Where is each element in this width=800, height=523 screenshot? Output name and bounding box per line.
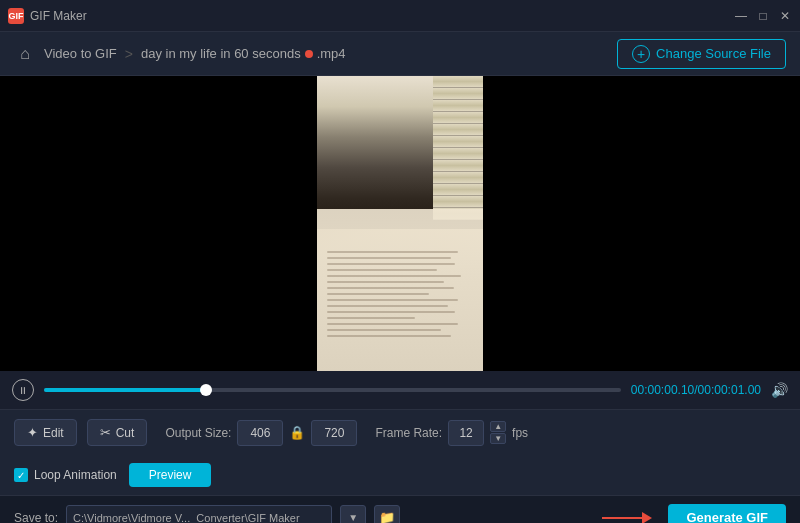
book-overlay — [317, 209, 483, 371]
change-source-button[interactable]: + Change Source File — [617, 39, 786, 69]
save-folder-button[interactable]: 📁 — [374, 505, 400, 524]
save-to-label: Save to: — [14, 511, 58, 524]
filename-display: day in my life in 60 seconds .mp4 — [141, 46, 346, 61]
app-icon: GIF — [8, 8, 24, 24]
frame-rate-label: Frame Rate: — [375, 426, 442, 440]
pause-icon: ⏸ — [18, 385, 28, 396]
file-extension: .mp4 — [317, 46, 346, 61]
output-width-input[interactable] — [237, 420, 283, 446]
preview-button[interactable]: Preview — [129, 463, 212, 487]
save-path-input[interactable] — [66, 505, 332, 524]
filename-text: day in my life in 60 seconds — [141, 46, 301, 61]
edit-icon: ✦ — [27, 425, 38, 440]
arrow-line — [602, 517, 642, 519]
arrow-head — [642, 512, 652, 524]
change-source-label: Change Source File — [656, 46, 771, 61]
title-bar-left: GIF GIF Maker — [8, 8, 87, 24]
red-arrow — [602, 512, 652, 524]
maximize-button[interactable]: □ — [756, 9, 770, 23]
volume-icon[interactable]: 🔊 — [771, 382, 788, 398]
spinner-up-button[interactable]: ▲ — [490, 421, 506, 432]
output-height-input[interactable] — [311, 420, 357, 446]
close-button[interactable]: ✕ — [778, 9, 792, 23]
playback-bar: ⏸ 00:00:00.10/00:00:01.00 🔊 — [0, 371, 800, 409]
frame-rate-spinner: ▲ ▼ — [490, 421, 506, 444]
window-controls: — □ ✕ — [734, 9, 792, 23]
video-area — [0, 76, 800, 371]
progress-bar[interactable] — [44, 388, 621, 392]
book-text — [327, 251, 473, 341]
folder-icon: 📁 — [379, 510, 395, 523]
loop-preview-bar: ✓ Loop Animation Preview — [0, 455, 800, 495]
edit-button[interactable]: ✦ Edit — [14, 419, 77, 446]
output-size-label: Output Size: — [165, 426, 231, 440]
cut-button[interactable]: ✂ Cut — [87, 419, 148, 446]
frame-rate-input[interactable] — [448, 420, 484, 446]
pause-button[interactable]: ⏸ — [12, 379, 34, 401]
breadcrumb-separator: > — [125, 46, 133, 62]
current-time: 00:00:00.10 — [631, 383, 694, 397]
nav-left: ⌂ Video to GIF > day in my life in 60 se… — [14, 43, 346, 65]
fps-label: fps — [512, 426, 528, 440]
home-icon[interactable]: ⌂ — [14, 43, 36, 65]
progress-fill — [44, 388, 206, 392]
lock-icon[interactable]: 🔒 — [289, 425, 305, 440]
video-frame — [317, 76, 483, 371]
minimize-button[interactable]: — — [734, 9, 748, 23]
nav-bar: ⌂ Video to GIF > day in my life in 60 se… — [0, 32, 800, 76]
save-bar: Save to: ▼ 📁 Generate GIF — [0, 495, 800, 523]
frame-rate-section: Frame Rate: ▲ ▼ fps — [375, 420, 528, 446]
blinds — [433, 76, 483, 156]
checkbox-checked-icon: ✓ — [14, 468, 28, 482]
plus-circle-icon: + — [632, 45, 650, 63]
cut-label: Cut — [116, 426, 135, 440]
total-time: 00:00:01.00 — [698, 383, 761, 397]
loop-animation-checkbox[interactable]: ✓ Loop Animation — [14, 468, 117, 482]
title-bar: GIF GIF Maker — □ ✕ — [0, 0, 800, 32]
dropdown-icon: ▼ — [348, 512, 358, 523]
dog-area — [317, 76, 483, 229]
output-size-section: Output Size: 🔒 — [165, 420, 357, 446]
progress-thumb[interactable] — [200, 384, 212, 396]
spinner-down-button[interactable]: ▼ — [490, 433, 506, 444]
loop-animation-label: Loop Animation — [34, 468, 117, 482]
video-thumbnail — [317, 76, 483, 371]
arrow-spacer — [408, 512, 660, 524]
app-title: GIF Maker — [30, 9, 87, 23]
breadcrumb-video-to-gif: Video to GIF — [44, 46, 117, 61]
edit-label: Edit — [43, 426, 64, 440]
controls-bar: ✦ Edit ✂ Cut Output Size: 🔒 Frame Rate: … — [0, 409, 800, 455]
time-display: 00:00:00.10/00:00:01.00 — [631, 383, 761, 397]
cut-icon: ✂ — [100, 425, 111, 440]
status-dot — [305, 50, 313, 58]
generate-gif-button[interactable]: Generate GIF — [668, 504, 786, 523]
save-dropdown-button[interactable]: ▼ — [340, 505, 366, 524]
